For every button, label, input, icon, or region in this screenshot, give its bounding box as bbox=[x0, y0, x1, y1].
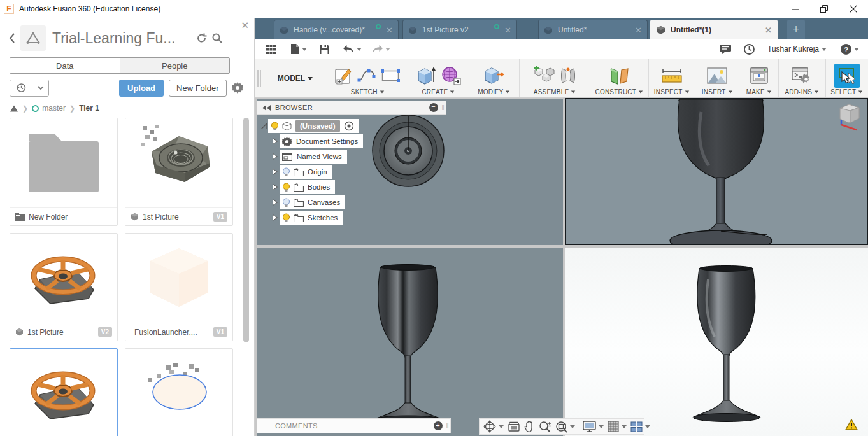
file-icon[interactable] bbox=[291, 44, 307, 54]
breadcrumb-folder[interactable]: Tier 1 bbox=[79, 104, 99, 113]
look-at-icon[interactable] bbox=[508, 421, 520, 432]
hub-icon[interactable] bbox=[10, 104, 18, 113]
minimize-icon[interactable] bbox=[780, 0, 809, 18]
ribbon-group-label[interactable]: ADD-INS bbox=[785, 88, 820, 95]
view-cube[interactable] bbox=[835, 102, 863, 132]
comment-icon[interactable] bbox=[720, 45, 731, 54]
ribbon-group-label[interactable]: MODIFY bbox=[478, 88, 510, 95]
restore-icon[interactable] bbox=[809, 0, 839, 18]
bulb-on-icon[interactable] bbox=[282, 183, 290, 192]
display-settings-icon[interactable] bbox=[583, 421, 604, 432]
doc-tab-handle[interactable]: Handle (v...covered)* ✕ bbox=[274, 20, 399, 39]
breadcrumb-branch[interactable]: master bbox=[42, 104, 66, 113]
close-icon[interactable] bbox=[839, 0, 868, 18]
orbit-icon[interactable] bbox=[483, 420, 504, 433]
panel-grip[interactable]: ‖ bbox=[442, 104, 445, 111]
user-menu[interactable]: Tushar Kukreja bbox=[767, 45, 827, 53]
collapsed-arrow-icon[interactable] bbox=[273, 199, 278, 206]
refresh-icon[interactable] bbox=[196, 33, 207, 43]
pan-icon[interactable] bbox=[524, 421, 535, 433]
ribbon-group-label[interactable]: INSERT bbox=[702, 88, 733, 95]
save-icon[interactable] bbox=[320, 45, 329, 54]
extrude-icon[interactable] bbox=[416, 66, 436, 86]
collapsed-arrow-icon[interactable] bbox=[273, 214, 278, 221]
workspace-selector[interactable]: MODEL bbox=[264, 59, 327, 97]
new-folder-button[interactable]: New Folder bbox=[169, 80, 226, 97]
tree-row-root[interactable]: (Unsaved) bbox=[257, 118, 448, 134]
list-item-fusionlauncher[interactable]: FusionLauncher.... V1 bbox=[125, 233, 233, 341]
ribbon-group-label[interactable]: CONSTRUCT bbox=[595, 88, 644, 95]
fit-icon[interactable] bbox=[555, 421, 575, 433]
expanded-arrow-icon[interactable] bbox=[261, 123, 267, 129]
ribbon-group-label[interactable]: MAKE bbox=[746, 88, 772, 95]
comments-bar[interactable]: COMMENTS + ‖ bbox=[257, 418, 451, 433]
tree-row-canvases[interactable]: Canvases bbox=[257, 195, 448, 210]
clock-icon[interactable] bbox=[744, 44, 755, 55]
redo-icon[interactable] bbox=[372, 45, 390, 53]
viewport-top-right-active[interactable] bbox=[565, 98, 868, 245]
history-icon[interactable] bbox=[10, 80, 32, 96]
help-icon[interactable]: ? bbox=[841, 44, 859, 55]
measure-icon[interactable] bbox=[661, 68, 683, 83]
ribbon-group-label[interactable]: INSPECT bbox=[654, 88, 690, 95]
spline-icon[interactable] bbox=[357, 67, 376, 84]
collapsed-arrow-icon[interactable] bbox=[273, 138, 278, 144]
ribbon-group-label[interactable]: SKETCH bbox=[351, 88, 385, 95]
viewport-top-left[interactable]: BROWSER − ‖ (Unsaved) bbox=[257, 99, 563, 245]
grid-icon[interactable] bbox=[608, 421, 627, 432]
scripts-addins-icon[interactable] bbox=[792, 67, 812, 85]
tree-row-named-views[interactable]: Named Views bbox=[257, 149, 448, 164]
add-comment-icon[interactable]: + bbox=[434, 421, 443, 430]
ribbon-group-label[interactable]: ASSEMBLE bbox=[534, 88, 576, 95]
create-sketch-icon[interactable] bbox=[335, 67, 353, 85]
search-icon[interactable] bbox=[212, 33, 222, 43]
bulb-on-icon[interactable] bbox=[282, 213, 290, 223]
back-chevron-icon[interactable] bbox=[9, 33, 15, 43]
tree-row-document-settings[interactable]: Document Settings bbox=[257, 134, 448, 149]
insert-image-icon[interactable] bbox=[707, 67, 727, 84]
list-item-selected[interactable] bbox=[10, 348, 118, 436]
tab-close-icon[interactable]: ✕ bbox=[765, 25, 772, 35]
new-component-icon[interactable] bbox=[534, 66, 555, 85]
viewport-bottom-right[interactable] bbox=[565, 248, 868, 436]
press-pull-icon[interactable] bbox=[483, 66, 505, 85]
undo-icon[interactable] bbox=[343, 45, 362, 53]
tab-close-icon[interactable]: ✕ bbox=[504, 25, 511, 35]
create-form-icon[interactable] bbox=[441, 66, 461, 85]
construction-plane-icon[interactable] bbox=[608, 66, 630, 85]
tree-row-bodies[interactable]: Bodies bbox=[257, 179, 448, 195]
list-item-new-folder[interactable]: New Folder bbox=[10, 118, 118, 226]
new-tab-button[interactable]: + bbox=[787, 20, 805, 39]
tab-close-icon[interactable]: ✕ bbox=[386, 25, 393, 35]
list-item-ellipse-sketch[interactable] bbox=[125, 348, 233, 436]
panel-scrollbar[interactable] bbox=[243, 118, 249, 342]
rectangle-icon[interactable] bbox=[381, 69, 400, 83]
apps-grid-icon[interactable] bbox=[266, 45, 276, 54]
root-document-label[interactable]: (Unsaved) bbox=[295, 120, 340, 132]
doc-tab-1st-picture[interactable]: 1st Picture v2 ✕ bbox=[402, 20, 517, 39]
3d-print-icon[interactable] bbox=[750, 67, 769, 85]
tab-close-icon[interactable]: ✕ bbox=[635, 25, 642, 35]
tree-row-sketches[interactable]: Sketches bbox=[257, 210, 448, 225]
browser-header[interactable]: BROWSER − ‖ bbox=[257, 101, 446, 115]
ribbon-group-label[interactable]: CREATE bbox=[422, 88, 455, 95]
tab-data[interactable]: Data bbox=[10, 58, 120, 73]
project-icon[interactable] bbox=[20, 25, 46, 51]
bulb-on-icon[interactable] bbox=[271, 122, 279, 131]
collapse-node-icon[interactable]: − bbox=[429, 103, 438, 112]
collapsed-arrow-icon[interactable] bbox=[273, 153, 278, 160]
collapsed-arrow-icon[interactable] bbox=[273, 169, 278, 175]
ribbon-drag-handle[interactable] bbox=[255, 59, 264, 97]
history-chevron-down-icon[interactable] bbox=[32, 80, 48, 96]
bulb-off-icon[interactable] bbox=[282, 167, 290, 177]
gear-icon[interactable] bbox=[232, 82, 243, 94]
viewports-icon[interactable] bbox=[630, 421, 650, 432]
doc-tab-untitled-1-active[interactable]: Untitled*(1) ✕ bbox=[650, 20, 778, 39]
list-item-1st-picture-v1[interactable]: 1st Picture V1 bbox=[125, 118, 233, 226]
activate-radio-icon[interactable] bbox=[344, 121, 354, 131]
tab-people[interactable]: People bbox=[120, 58, 230, 73]
upload-button[interactable]: Upload bbox=[119, 80, 164, 97]
bulb-off-icon[interactable] bbox=[282, 198, 290, 207]
warning-icon[interactable] bbox=[845, 419, 858, 430]
panel-grip[interactable]: ‖ bbox=[446, 423, 449, 430]
